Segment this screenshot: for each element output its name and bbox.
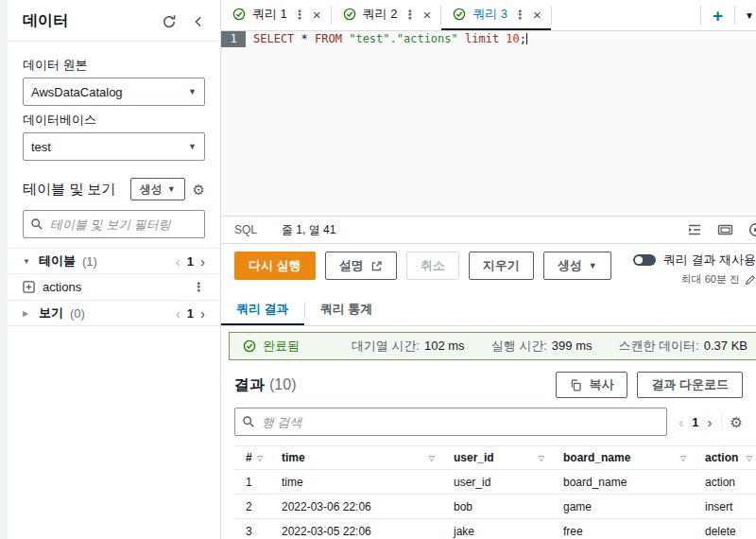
close-icon[interactable]: ×: [422, 8, 431, 22]
explain-button[interactable]: 설명: [325, 252, 397, 280]
sort-filter-icon[interactable]: ▽: [680, 454, 686, 462]
caret-down-icon[interactable]: ▼: [23, 257, 32, 266]
close-icon[interactable]: ×: [533, 8, 541, 22]
sql-table-ref: "test"."actions": [342, 32, 465, 45]
next-page-icon[interactable]: ›: [708, 415, 713, 429]
sql-number: 10: [499, 32, 520, 45]
sort-filter-icon[interactable]: ▽: [747, 454, 752, 462]
database-select[interactable]: test ▼: [23, 132, 205, 161]
reuse-toggle-label: 쿼리 결과 재사용: [663, 252, 756, 269]
copy-icon: [570, 379, 582, 391]
create-dropdown-button[interactable]: 생성 ▼: [130, 178, 185, 200]
table-row[interactable]: 3 2022-03-05 22:06 jake free delete: [234, 519, 756, 539]
tab-menu-icon[interactable]: ⋮: [514, 8, 526, 22]
refresh-icon[interactable]: [162, 14, 177, 29]
views-group-label: 보기: [39, 304, 63, 322]
search-icon: [30, 217, 43, 231]
table-row[interactable]: 2 2022-03-06 22:06 bob game insert: [234, 495, 756, 519]
gear-icon[interactable]: ⚙: [730, 415, 743, 429]
sql-keyword: SELECT: [253, 32, 294, 45]
tab-list-caret-icon[interactable]: ▼: [735, 10, 756, 21]
page-number: 1: [187, 306, 194, 321]
cell-board-name: free: [554, 525, 696, 538]
cell-action: delete: [696, 525, 756, 538]
query-success-banner: 완료됨 대기열 시간:102 ms 실행 시간:399 ms 스캔한 데이터:0…: [229, 332, 756, 360]
sort-filter-icon[interactable]: ▽: [429, 454, 435, 462]
sort-filter-icon[interactable]: ▽: [257, 454, 263, 462]
tab-menu-icon[interactable]: ⋮: [404, 8, 416, 22]
col-header-board-name[interactable]: board_name: [563, 451, 630, 464]
database-label: 데이터베이스: [23, 112, 205, 129]
table-item-actions[interactable]: actions ⋮: [8, 273, 220, 300]
reuse-results-toggle[interactable]: [633, 254, 656, 266]
sql-star: *: [294, 32, 315, 45]
caret-down-icon: ▼: [167, 184, 176, 194]
cell-time: 2022-03-05 22:06: [272, 525, 444, 538]
clear-label: 지우기: [483, 257, 520, 274]
clear-button[interactable]: 지우기: [469, 252, 534, 280]
sidebar-title: 데이터: [23, 11, 68, 31]
kebab-menu-icon[interactable]: ⋮: [193, 280, 205, 294]
table-row[interactable]: 1 time user_id board_name action: [234, 470, 756, 495]
new-tab-button[interactable]: +: [701, 7, 734, 25]
format-code-icon[interactable]: [687, 222, 702, 237]
sql-editor[interactable]: 1 SELECT * FROM "test"."actions" limit 1…: [221, 31, 756, 216]
tab-query-statistics[interactable]: 쿼리 통계: [305, 294, 388, 325]
cancel-button[interactable]: 취소: [406, 252, 459, 280]
cancel-label: 취소: [421, 257, 445, 274]
col-header-index[interactable]: #: [246, 451, 252, 464]
views-group-row[interactable]: ▶ 보기 (0) ‹ 1 ›: [8, 300, 220, 325]
settings-circle-icon[interactable]: [748, 222, 756, 237]
tab-label: 쿼리 2: [363, 6, 398, 23]
cell-board-name: game: [554, 500, 696, 513]
prev-page-icon[interactable]: ‹: [679, 415, 683, 429]
tab-menu-icon[interactable]: ⋮: [294, 8, 306, 22]
query-editor-main: 쿼리 1 ⋮ × 쿼리 2 ⋮ × 쿼리 3 ⋮ × + ▼ 1 SE: [221, 0, 756, 539]
external-link-icon: [370, 260, 383, 272]
tab-label: 쿼리 통계: [320, 301, 373, 318]
results-panel: 결과 (10) 복사 결과 다운로드 ‹ 1: [221, 366, 756, 539]
collapse-panel-icon[interactable]: [192, 15, 205, 28]
col-header-time[interactable]: time: [282, 451, 305, 464]
close-icon[interactable]: ×: [313, 8, 321, 22]
tables-group-row[interactable]: ▼ 테이블 (1) ‹ 1 ›: [8, 248, 220, 273]
sidebar-header: 데이터: [8, 0, 220, 42]
create-button-label: 생성: [140, 182, 163, 198]
tab-label: 쿼리 결과: [236, 301, 289, 318]
gear-icon[interactable]: ⚙: [193, 183, 205, 197]
tab-query-3[interactable]: 쿼리 3 ⋮ ×: [441, 0, 551, 30]
keyboard-shortcuts-icon[interactable]: [717, 222, 733, 237]
caret-down-icon: ▼: [188, 87, 197, 96]
tab-query-1[interactable]: 쿼리 1 ⋮ ×: [221, 0, 331, 30]
search-icon: [242, 415, 255, 428]
data-source-value: AwsDataCatalog: [31, 85, 123, 99]
next-page-icon[interactable]: ›: [200, 306, 205, 321]
caret-right-icon[interactable]: ▶: [23, 309, 32, 318]
database-value: test: [31, 140, 51, 154]
runtime-stat: 실행 시간:399 ms: [491, 338, 593, 355]
row-search-input[interactable]: [234, 408, 667, 436]
tab-query-results[interactable]: 쿼리 결과: [221, 294, 304, 325]
create-button[interactable]: 생성 ▼: [543, 252, 611, 280]
col-header-action[interactable]: action: [705, 451, 738, 464]
expand-plus-icon[interactable]: [23, 281, 35, 293]
col-header-user-id[interactable]: user_id: [454, 451, 494, 464]
tab-label: 쿼리 1: [252, 6, 287, 23]
cell-time: 2022-03-06 22:06: [272, 500, 444, 513]
run-again-button[interactable]: 다시 실행: [234, 252, 316, 280]
tables-filter-input[interactable]: [23, 210, 205, 238]
next-page-icon[interactable]: ›: [200, 254, 205, 269]
prev-page-icon[interactable]: ‹: [176, 254, 180, 269]
download-results-button[interactable]: 결과 다운로드: [637, 372, 743, 398]
query-action-bar: 다시 실행 설명 취소 지우기 생성 ▼ 쿼리 결과 재사용 최대 60분 전: [221, 244, 756, 294]
sql-code-line[interactable]: SELECT * FROM "test"."actions" limit 10;: [246, 31, 527, 47]
edit-pencil-icon[interactable]: [745, 274, 756, 286]
sort-filter-icon[interactable]: ▽: [539, 454, 544, 462]
data-source-select[interactable]: AwsDataCatalog ▼: [23, 78, 205, 106]
sql-keyword: FROM: [315, 32, 342, 45]
tab-query-2[interactable]: 쿼리 2 ⋮ ×: [332, 0, 441, 30]
run-again-label: 다시 실행: [249, 257, 301, 274]
cell-user-id: jake: [444, 525, 554, 538]
prev-page-icon[interactable]: ‹: [176, 306, 180, 321]
copy-button[interactable]: 복사: [556, 372, 627, 398]
